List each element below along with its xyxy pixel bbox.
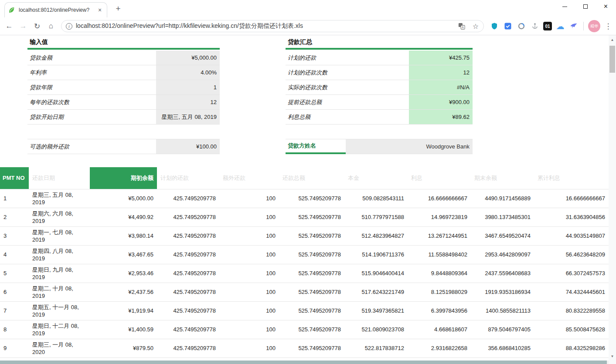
schedule-cell: 8.1251988029 (408, 283, 471, 301)
lender-name-label: 贷款方姓名 (286, 139, 346, 154)
column-header: 额外还款 (219, 167, 279, 189)
translate-icon[interactable]: A (456, 22, 467, 30)
info-row-value: ¥425.75 (409, 51, 473, 65)
horizontal-scrollbar[interactable] (0, 361, 609, 364)
schedule-row: 1星期三, 五月 08, 2019¥5,000.00425.7495209778… (0, 189, 609, 208)
schedule-cell: 425.7495209778 (157, 320, 219, 339)
schedule-cell: 425.7495209778 (157, 283, 219, 301)
schedule-cell: 525.7495209778 (279, 283, 344, 301)
check-square-extension-icon[interactable] (503, 21, 513, 31)
vertical-scrollbar[interactable]: ▲ ▼ (609, 35, 616, 361)
schedule-cell: 星期日, 九月 08, 2019 (29, 264, 90, 283)
schedule-cell: 425.7495209778 (157, 339, 219, 357)
schedule-cell: 3467.6549520474 (471, 226, 534, 245)
schedule-cell: 66.3072457573 (534, 264, 609, 283)
cloud-extension-icon[interactable]: ☁ (555, 21, 565, 31)
schedule-cell: 星期一, 七月 08, 2019 (29, 226, 90, 245)
info-row: 年利率4.00% (27, 65, 220, 80)
info-row-label: 提前还款总额 (286, 95, 409, 109)
info-row-value: ¥100.00 (156, 139, 220, 154)
schedule-cell: ¥3,467.65 (90, 245, 157, 264)
browser-tab[interactable]: localhost:8012/onlinePreview? × (4, 2, 107, 17)
schedule-cell: 星期二, 十月 08, 2019 (29, 283, 90, 301)
table-body: 1星期三, 五月 08, 2019¥5,000.00425.7495209778… (0, 189, 609, 361)
vertical-scroll-thumb[interactable] (609, 46, 615, 73)
address-bar[interactable]: i localhost:8012/onlinePreview?url=http:… (61, 20, 484, 32)
shield-extension-icon[interactable] (489, 21, 500, 31)
tab-close-icon[interactable]: × (96, 7, 103, 13)
minimize-button[interactable] (555, 0, 575, 13)
kkfileview-leaf-icon (8, 7, 15, 13)
schedule-cell: 0 (219, 357, 279, 361)
schedule-cell: 88.4325298286 (534, 339, 609, 357)
new-tab-button[interactable]: + (112, 4, 124, 14)
schedule-cell: 425.7495209778 (157, 189, 219, 208)
schedule-cell: 星期六, 二月 08, 2020 (29, 357, 90, 361)
forward-button[interactable]: → (17, 20, 30, 33)
schedule-cell: 5 (0, 264, 29, 283)
schedule-cell: ¥1,919.94 (90, 301, 157, 320)
schedule-cell: 525.7495209778 (279, 339, 344, 357)
back-button[interactable]: ← (3, 20, 16, 33)
schedule-cell: 3980.1373485301 (471, 208, 534, 226)
info-row-label: 贷款开始日期 (27, 110, 156, 124)
schedule-row: 3星期一, 七月 08, 2019¥3,980.14425.7495209778… (0, 226, 609, 245)
column-header: PMT NO (0, 167, 29, 189)
schedule-cell: ¥2,953.46 (90, 264, 157, 283)
schedule-cell: 100 (219, 226, 279, 245)
schedule-cell: 879.5046797405 (471, 320, 534, 339)
schedule-cell: 1 (0, 189, 29, 208)
bird-extension-icon[interactable] (568, 21, 579, 31)
schedule-cell: 2953.4642809097 (471, 245, 534, 264)
scroll-down-icon[interactable]: ▼ (609, 353, 616, 360)
reload-button[interactable]: ↻ (31, 20, 44, 33)
bookmark-star-icon[interactable]: ☆ (470, 22, 481, 30)
schedule-cell: 100 (219, 264, 279, 283)
schedule-cell: 525.7495209778 (279, 226, 344, 245)
info-row: 贷款金额¥5,000.00 (27, 51, 220, 65)
numbered-extension-badge[interactable]: 01 (543, 22, 552, 30)
schedule-cell: 510.7797971588 (344, 208, 408, 226)
tab-title: localhost:8012/onlinePreview? (19, 7, 93, 13)
schedule-cell: 525.7495209778 (279, 208, 344, 226)
page-info-icon[interactable]: i (66, 23, 72, 30)
maximize-button[interactable] (575, 0, 596, 13)
schedule-cell: 525.7495209778 (279, 189, 344, 208)
info-row-value: ¥5,000.00 (156, 51, 220, 65)
schedule-cell: 星期三, 一月 08, 2020 (29, 339, 90, 357)
schedule-cell: 16.6666666667 (534, 189, 609, 208)
schedule-cell: 星期五, 十一月 08, 2019 (29, 301, 90, 320)
schedule-cell: 56.4623648209 (534, 245, 609, 264)
schedule-cell: 425.7495209778 (157, 226, 219, 245)
input-values-section: 输入值 贷款金额¥5,000.00年利率4.00%贷款年限1每年的还款次数12贷… (27, 37, 220, 154)
schedule-cell: 100 (219, 245, 279, 264)
column-header: 还款总额 (279, 167, 344, 189)
schedule-cell: 44.9035149807 (534, 226, 609, 245)
info-row-value: 4.00% (156, 65, 220, 80)
scroll-up-icon[interactable]: ▲ (609, 36, 616, 43)
horizontal-scroll-thumb[interactable] (0, 361, 607, 364)
info-row: 贷款开始日期星期三, 五月 08, 2019 (27, 110, 220, 125)
info-row-label: 计划的还款次数 (286, 65, 409, 80)
ring-extension-icon[interactable] (516, 21, 527, 31)
schedule-row: 7星期五, 十一月 08, 2019¥1,919.94425.749520977… (0, 301, 609, 320)
scrollbar-corner (609, 361, 616, 364)
schedule-cell: 85.5008475628 (534, 320, 609, 339)
info-row: 贷款年限1 (27, 80, 220, 95)
schedule-cell: 512.4823964827 (344, 226, 408, 245)
loan-summary-section: 贷款汇总 计划的还款¥425.75计划的还款次数12实际的还款次数#N/A提前还… (286, 37, 473, 154)
home-button[interactable]: ⌂ (44, 20, 58, 33)
anchor-extension-icon[interactable] (530, 21, 540, 31)
column-header: 期末余额 (471, 167, 534, 189)
info-row-value: 12 (409, 65, 473, 80)
info-row-label: 贷款年限 (27, 80, 156, 94)
schedule-cell: 517.6243221749 (344, 283, 408, 301)
browser-toolbar: ← → ↻ ⌂ i localhost:8012/onlinePreview?u… (0, 17, 616, 35)
browser-menu-icon[interactable]: ⋮ (603, 22, 613, 31)
schedule-cell: 0 (471, 357, 534, 361)
maximize-icon (583, 4, 588, 9)
schedule-cell: ¥4,490.92 (90, 208, 157, 226)
close-button[interactable]: × (596, 0, 616, 13)
profile-avatar[interactable]: 精华 (588, 20, 600, 32)
blank-row (27, 125, 220, 139)
